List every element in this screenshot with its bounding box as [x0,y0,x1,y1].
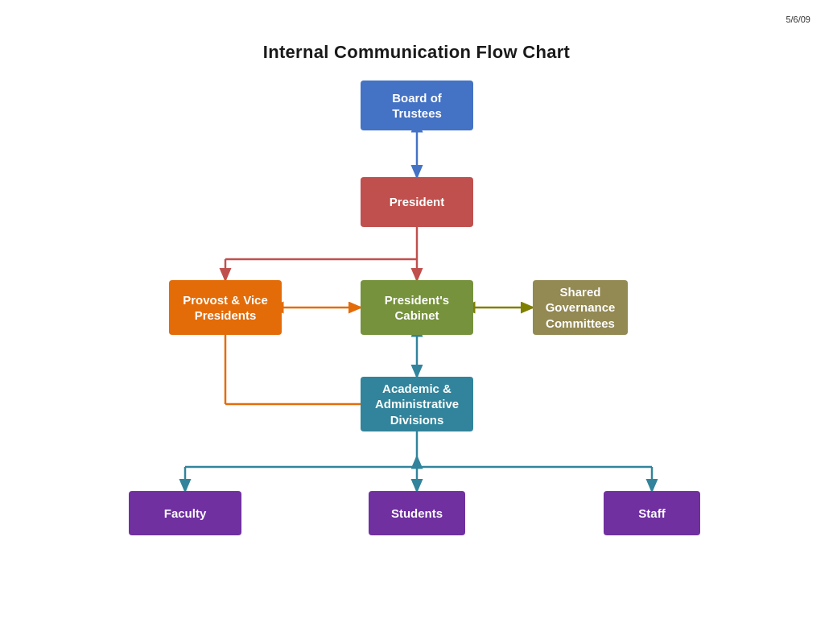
trustees-box: Board of Trustees [361,80,473,130]
academic-label: Academic & Administrative Divisions [369,381,465,428]
president-box: President [361,177,473,227]
shared-label: Shared Governance Committees [541,284,620,332]
students-label: Students [391,506,443,522]
cabinet-box: President's Cabinet [361,280,473,335]
arrows-svg [0,72,833,644]
faculty-box: Faculty [129,491,241,535]
trustees-label: Board of Trustees [369,90,465,122]
shared-box: Shared Governance Committees [533,280,628,335]
students-box: Students [369,491,465,535]
org-chart: Board of Trustees President Provost & Vi… [0,72,833,644]
president-label: President [390,194,444,210]
provost-label: Provost & Vice Presidents [177,292,274,324]
academic-box: Academic & Administrative Divisions [361,377,473,431]
chart-title: Internal Communication Flow Chart [0,42,833,63]
faculty-label: Faculty [164,506,207,522]
provost-box: Provost & Vice Presidents [169,280,282,335]
staff-box: Staff [604,491,700,535]
date-label: 5/6/09 [786,14,810,24]
staff-label: Staff [638,506,665,522]
cabinet-label: President's Cabinet [369,292,465,324]
